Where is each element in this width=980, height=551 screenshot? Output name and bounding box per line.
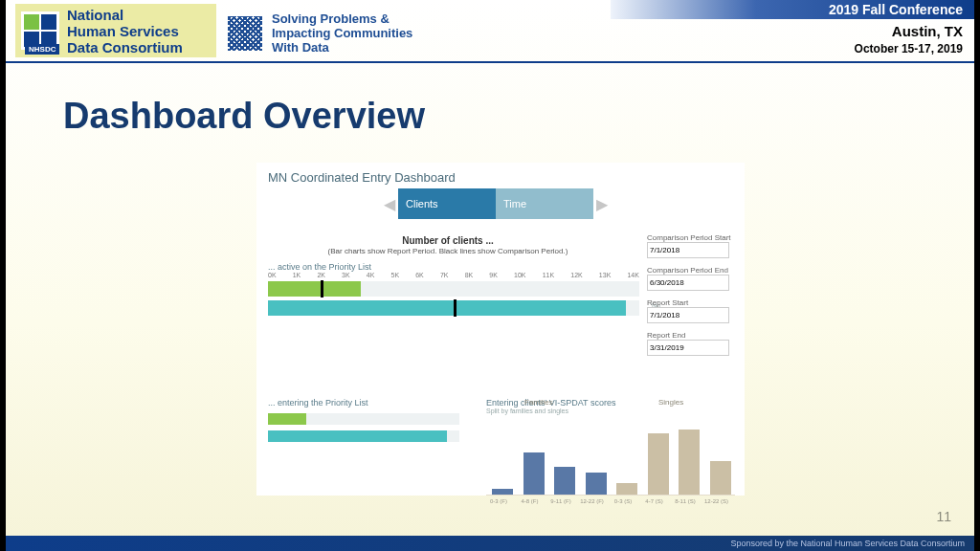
rep-start-input[interactable] bbox=[647, 307, 729, 323]
date-filters: Comparison Period Start Comparison Perio… bbox=[647, 233, 739, 364]
footer: Sponsored by the National Human Services… bbox=[6, 536, 974, 551]
vispdat-title: Entering clients' VI-SPDAT scores bbox=[486, 398, 735, 408]
bar-yes-fill bbox=[268, 281, 361, 297]
comparison-mark-yes bbox=[321, 280, 323, 298]
vispdat-bar bbox=[648, 433, 669, 495]
chevron-left-icon[interactable]: ◀ bbox=[381, 187, 398, 220]
vispdat-bar bbox=[523, 452, 545, 495]
x-axis-ticks: 0K1K2K3K4K5K6K7K8K9K10K11K12K13K14K bbox=[268, 272, 639, 278]
group-families: Families bbox=[524, 398, 553, 407]
conference-dates: October 15-17, 2019 bbox=[855, 42, 963, 55]
vispdat-bar bbox=[492, 489, 513, 495]
abstract-data-icon bbox=[228, 16, 262, 51]
tagline-line3: With Data bbox=[272, 40, 412, 55]
org-line1: National bbox=[67, 7, 183, 23]
tagline: Solving Problems & Impacting Communities… bbox=[228, 11, 412, 55]
comparison-mark-no bbox=[454, 299, 457, 317]
chevron-right-icon[interactable]: ▶ bbox=[593, 187, 611, 220]
vispdat-bar bbox=[586, 473, 607, 495]
tagline-line2: Impacting Communities bbox=[272, 26, 412, 40]
entering-bar-yes bbox=[268, 413, 459, 425]
dashboard-panel: MN Coordinated Entry Dashboard ◀ Clients… bbox=[256, 163, 745, 496]
active-pl-label: ... active on the Priority List bbox=[268, 262, 371, 272]
vispdat-bar bbox=[679, 430, 700, 495]
vispdat-subtitle: Split by families and singles bbox=[486, 408, 735, 414]
tagline-line1: Solving Problems & bbox=[272, 11, 412, 26]
entering-pl-label: ... entering the Priority List bbox=[268, 398, 459, 408]
org-line3: Data Consortium bbox=[67, 39, 183, 55]
page-number: 11 bbox=[936, 509, 951, 524]
bar-row-yes: Yes bbox=[268, 281, 639, 297]
cmp-end-label: Comparison Period End bbox=[647, 266, 739, 275]
entering-pl-chart: ... entering the Priority List bbox=[268, 398, 459, 442]
group-singles: Singles bbox=[658, 398, 683, 407]
org-logo: National Human Services Data Consortium … bbox=[15, 4, 216, 57]
rep-start-label: Report Start bbox=[647, 298, 739, 307]
slide-title: Dashboard Overview bbox=[63, 96, 425, 137]
vispdat-bar bbox=[554, 467, 575, 495]
org-line2: Human Services bbox=[67, 23, 183, 39]
noc-title: Number of clients ... bbox=[256, 235, 639, 246]
noc-subtitle: (Bar charts show Report Period. Black li… bbox=[256, 247, 639, 255]
conference-banner: 2019 Fall Conference bbox=[611, 0, 974, 19]
vispdat-bar bbox=[710, 461, 731, 495]
rep-end-label: Report End bbox=[647, 331, 739, 340]
tab-time[interactable]: Time bbox=[496, 188, 593, 219]
header-rule bbox=[6, 61, 974, 63]
vispdat-bar bbox=[616, 483, 637, 495]
org-acronym: NHSDC bbox=[25, 44, 59, 55]
tab-carousel: ◀ Clients Time ▶ bbox=[381, 187, 611, 220]
rep-end-input[interactable] bbox=[647, 340, 729, 356]
vispdat-chart: Entering clients' VI-SPDAT scores Split … bbox=[486, 398, 735, 496]
conference-location: Austin, TX bbox=[892, 23, 963, 39]
cmp-start-label: Comparison Period Start bbox=[647, 233, 739, 242]
vispdat-plot: 0-3 (F)4-8 (F)9-11 (F)12-22 (F)0-3 (S)4-… bbox=[486, 428, 735, 496]
dashboard-title: MN Coordinated Entry Dashboard bbox=[268, 170, 456, 185]
entering-bar-no bbox=[268, 430, 459, 442]
cmp-start-input[interactable] bbox=[647, 242, 729, 258]
header: National Human Services Data Consortium … bbox=[6, 0, 974, 61]
bar-row-no: No bbox=[268, 300, 639, 316]
bar-no-fill bbox=[268, 300, 626, 316]
cmp-end-input[interactable] bbox=[647, 275, 729, 291]
tab-clients[interactable]: Clients bbox=[398, 188, 496, 219]
